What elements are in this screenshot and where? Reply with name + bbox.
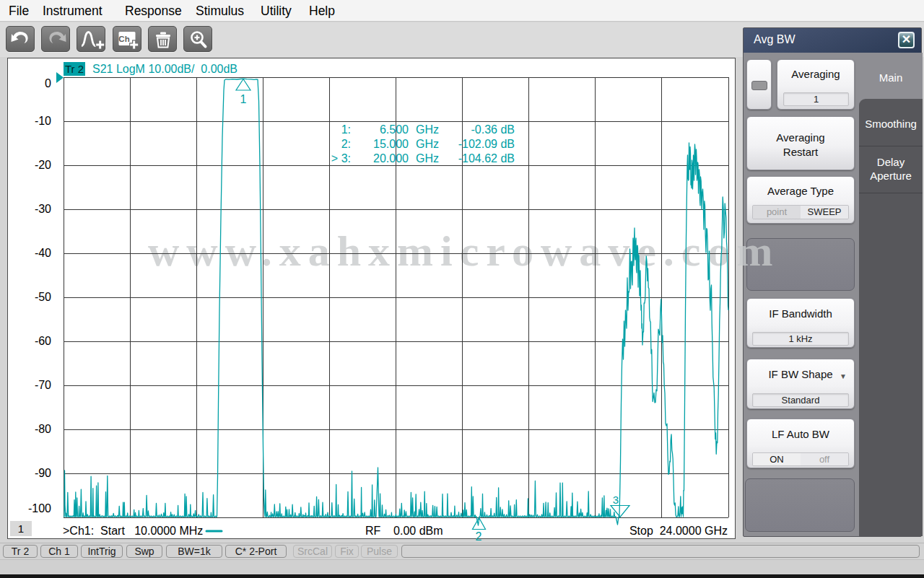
svg-text:3: 3 — [613, 494, 619, 506]
svg-text:2: 2 — [476, 530, 482, 543]
svg-text:1: 1 — [240, 93, 247, 105]
svg-text:-104.62 dB: -104.62 dB — [458, 152, 515, 165]
svg-text:6.500: 6.500 — [380, 123, 409, 136]
svg-text:15.000: 15.000 — [373, 138, 409, 150]
svg-text:> 3:: > 3: — [331, 152, 351, 165]
svg-text:-102.09 dB: -102.09 dB — [458, 138, 515, 150]
svg-text:GHz: GHz — [416, 152, 439, 165]
svg-text:GHz: GHz — [416, 123, 439, 136]
svg-text:1:: 1: — [341, 123, 351, 136]
svg-text:2:: 2: — [341, 138, 351, 150]
svg-text:-0.36 dB: -0.36 dB — [471, 123, 515, 136]
svg-text:20.000: 20.000 — [373, 152, 409, 165]
svg-text:GHz: GHz — [416, 138, 439, 150]
